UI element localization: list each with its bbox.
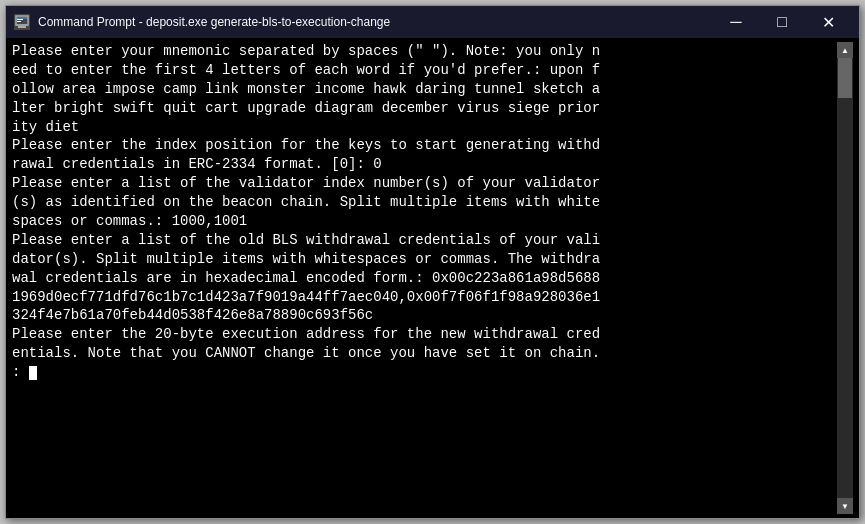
title-bar: Command Prompt - deposit.exe generate-bl… xyxy=(6,6,859,38)
terminal-line: spaces or commas.: 1000,1001 xyxy=(12,213,247,229)
scrollbar-track[interactable] xyxy=(837,58,853,498)
svg-rect-0 xyxy=(16,16,28,25)
terminal-line: 324f4e7b61a70feb44d0538f426e8a78890c693f… xyxy=(12,307,373,323)
window-icon xyxy=(14,14,30,30)
terminal-cursor xyxy=(29,366,37,380)
terminal-line: 1969d0ecf771dfd76c1b7c1d423a7f9019a44ff7… xyxy=(12,289,600,305)
terminal-line: Please enter a list of the validator ind… xyxy=(12,175,600,191)
terminal-line: : xyxy=(12,364,29,380)
terminal-line: ity diet xyxy=(12,119,79,135)
svg-rect-5 xyxy=(17,21,21,22)
terminal-body: Please enter your mnemonic separated by … xyxy=(6,38,859,518)
maximize-button[interactable]: □ xyxy=(759,6,805,38)
terminal-content[interactable]: Please enter your mnemonic separated by … xyxy=(12,42,837,514)
terminal-line: dator(s). Split multiple items with whit… xyxy=(12,251,600,267)
svg-rect-2 xyxy=(18,26,26,28)
terminal-line: rawal credentials in ERC-2334 format. [0… xyxy=(12,156,382,172)
terminal-line: Please enter your mnemonic separated by … xyxy=(12,43,600,59)
terminal-line: eed to enter the first 4 letters of each… xyxy=(12,62,600,78)
terminal-line: lter bright swift quit cart upgrade diag… xyxy=(12,100,600,116)
title-bar-text: Command Prompt - deposit.exe generate-bl… xyxy=(38,15,713,29)
terminal-line: Please enter a list of the old BLS withd… xyxy=(12,232,600,248)
terminal-line: ollow area impose camp link monster inco… xyxy=(12,81,600,97)
title-bar-controls: ─ □ ✕ xyxy=(713,6,851,38)
terminal-line: (s) as identified on the beacon chain. S… xyxy=(12,194,600,210)
scrollbar-thumb[interactable] xyxy=(838,58,852,98)
terminal-line: wal credentials are in hexadecimal encod… xyxy=(12,270,600,286)
scrollbar-up-button[interactable]: ▲ xyxy=(837,42,853,58)
minimize-button[interactable]: ─ xyxy=(713,6,759,38)
terminal-line: Please enter the 20-byte execution addre… xyxy=(12,326,600,342)
scrollbar-down-button[interactable]: ▼ xyxy=(837,498,853,514)
close-button[interactable]: ✕ xyxy=(805,6,851,38)
command-prompt-window: Command Prompt - deposit.exe generate-bl… xyxy=(5,5,860,519)
scrollbar[interactable]: ▲ ▼ xyxy=(837,42,853,514)
terminal-line: entials. Note that you CANNOT change it … xyxy=(12,345,600,361)
terminal-line: Please enter the index position for the … xyxy=(12,137,600,153)
svg-rect-4 xyxy=(17,19,23,20)
